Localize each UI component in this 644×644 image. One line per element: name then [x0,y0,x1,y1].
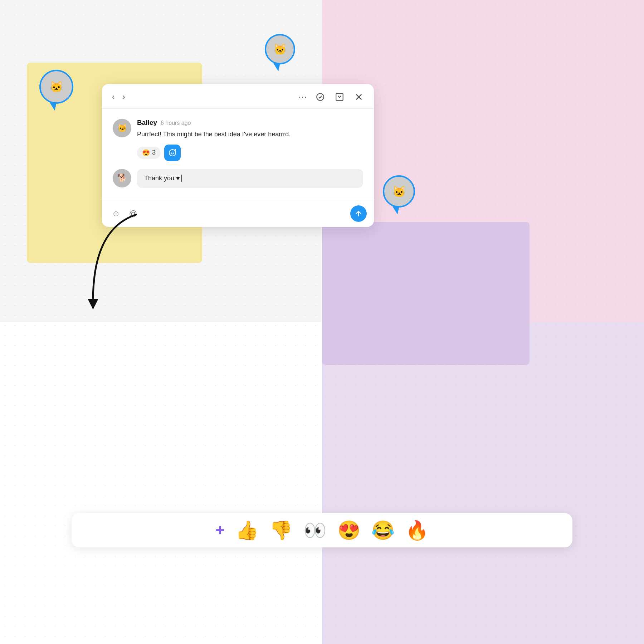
reply-text: Thank you ♥ [144,175,356,182]
emoji-thumbs-down[interactable]: 👎 [269,521,293,540]
avatar-circle-top-left: 🐱 [39,70,73,104]
avatar-pin-top-right: 🐱 [265,34,295,71]
bailey-name: Bailey [137,119,157,127]
pin-tail-tl [50,103,57,111]
bailey-avatar: 🐱 [113,119,131,137]
check-circle-button[interactable] [314,91,327,103]
svg-point-5 [171,152,172,152]
reply-avatar: 🐕 [113,169,131,187]
emoji-eyes[interactable]: 👀 [303,521,327,540]
add-reaction-button[interactable] [164,145,181,161]
topbar-actions: ··· [299,91,365,103]
reply-text-content: Thank you ♥ [144,175,180,182]
chat-messages: 🐱 Bailey 6 hours ago Purrfect! This migh… [102,109,374,200]
reaction-row: 😍 3 [137,145,363,161]
reaction-count: 3 [152,149,156,156]
svg-point-4 [169,150,176,156]
bailey-message-header: Bailey 6 hours ago [137,119,363,127]
svg-point-6 [173,152,174,152]
emoji-heart-eyes[interactable]: 😍 [337,521,361,540]
avatar-circle-mid-right: 🐱 [383,175,415,208]
add-emoji-button[interactable]: + [215,521,225,539]
avatar-circle-top-right: 🐱 [265,34,295,64]
emoji-picker-bar: + 👍 👎 👀 😍 😂 🔥 [72,513,572,547]
bailey-message-content: Bailey 6 hours ago Purrfect! This might … [137,119,363,161]
purple-card [322,222,530,365]
send-button[interactable] [350,205,367,222]
svg-point-0 [317,93,324,101]
emoji-fire[interactable]: 🔥 [405,521,429,540]
emoji-laughing[interactable]: 😂 [371,521,395,540]
reply-item: 🐕 Thank you ♥ [113,169,363,188]
topbar-nav: ‹ › [111,92,127,102]
pin-tail-tr [273,63,280,71]
bg-bottom-right [322,322,644,644]
bailey-message-text: Purrfect! This might be the best idea I'… [137,130,363,140]
chat-topbar: ‹ › ··· [102,84,374,109]
reaction-emoji: 😍 [142,149,150,157]
mention-button[interactable]: @ [126,207,140,220]
emoji-thumbs-up[interactable]: 👍 [235,521,259,540]
text-cursor [181,175,182,182]
composer-actions-left: ☺ @ [109,207,140,220]
archive-button[interactable] [333,91,346,103]
reply-bubble[interactable]: Thank you ♥ [137,169,363,188]
bailey-timestamp: 6 hours ago [161,120,191,126]
emoji-picker-button[interactable]: ☺ [109,207,123,220]
pin-tail-mr [392,206,399,214]
more-options-button[interactable]: ··· [299,92,307,102]
message-item-bailey: 🐱 Bailey 6 hours ago Purrfect! This migh… [113,119,363,161]
back-button[interactable]: ‹ [111,92,116,102]
chat-composer: ☺ @ [102,200,374,227]
chat-window: ‹ › ··· [102,84,374,227]
bg-bottom-left [0,322,322,644]
avatar-pin-mid-right: 🐱 [383,175,415,214]
forward-button[interactable]: › [121,92,126,102]
avatar-pin-top-left: 🐱 [39,70,73,111]
reaction-badge[interactable]: 😍 3 [137,147,161,159]
close-button[interactable] [352,91,365,103]
